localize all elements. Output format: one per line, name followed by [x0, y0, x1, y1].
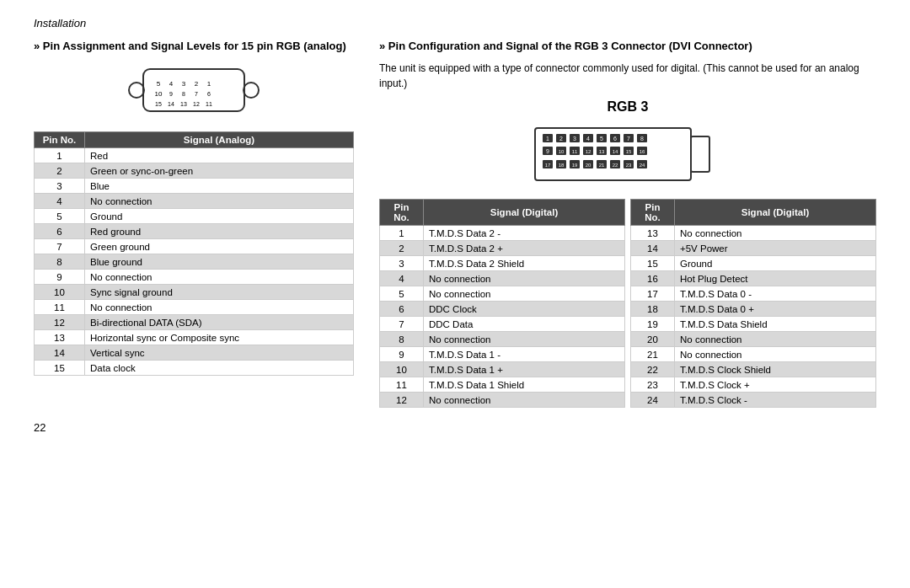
svg-text:19: 19 — [572, 163, 578, 168]
digital-left-signal: T.M.D.S Data 2 Shield — [424, 256, 625, 271]
analog-signal: Green or sync-on-green — [85, 163, 354, 179]
analog-table-row: 7Green ground — [35, 239, 354, 254]
page-title: Installation — [34, 17, 876, 29]
right-heading: Pin Configuration and Signal of the RGB … — [379, 40, 876, 52]
digital-left-table-row: 2T.M.D.S Data 2 + — [380, 241, 625, 256]
digital-right-signal: No connection — [675, 332, 876, 347]
analog-pin-num: 7 — [35, 239, 85, 254]
svg-rect-19 — [691, 136, 709, 172]
svg-point-1 — [129, 83, 144, 98]
vga-connector-diagram: 5 4 3 2 1 10 9 8 7 6 15 14 13 12 11 — [34, 61, 354, 120]
svg-text:20: 20 — [586, 163, 592, 168]
analog-table-row: 9No connection — [35, 270, 354, 285]
digital-right-pin-num: 13 — [631, 226, 675, 241]
analog-pin-num: 12 — [35, 315, 85, 330]
svg-text:13: 13 — [180, 101, 187, 107]
digital-right-pin-num: 17 — [631, 286, 675, 302]
svg-text:10: 10 — [559, 149, 565, 154]
vga-connector-svg: 5 4 3 2 1 10 9 8 7 6 15 14 13 12 11 — [118, 61, 270, 120]
svg-text:21: 21 — [599, 163, 605, 168]
analog-table-row: 15Data clock — [35, 361, 354, 376]
svg-text:5: 5 — [600, 136, 603, 142]
svg-text:3: 3 — [182, 80, 186, 88]
digital-right-signal: T.M.D.S Data 0 - — [675, 286, 876, 302]
digital-left-pin-num: 8 — [380, 332, 424, 347]
analog-table-row: 14Vertical sync — [35, 345, 354, 361]
digital-left-pin-num: 11 — [380, 377, 424, 393]
analog-table-row: 2Green or sync-on-green — [35, 163, 354, 179]
digital-left-signal: DDC Data — [424, 317, 625, 332]
analog-table-row: 5Ground — [35, 209, 354, 224]
digital-left-signal: DDC Clock — [424, 302, 625, 317]
analog-pin-num: 4 — [35, 194, 85, 209]
digital-right-table-row: 22T.M.D.S Clock Shield — [631, 362, 876, 377]
digital-left-signal: No connection — [424, 286, 625, 302]
digital-left-signal: No connection — [424, 332, 625, 347]
analog-pin-num: 11 — [35, 300, 85, 315]
analog-pin-num: 8 — [35, 254, 85, 270]
analog-signal: Blue — [85, 179, 354, 194]
digital-left-pin-num: 9 — [380, 347, 424, 362]
analog-table-row: 3Blue — [35, 179, 354, 194]
digital-table-right: Pin No. Signal (Digital) 13No connection… — [630, 199, 876, 408]
digital-right-table-row: 20No connection — [631, 332, 876, 347]
svg-text:1: 1 — [546, 136, 549, 142]
analog-pin-num: 5 — [35, 209, 85, 224]
analog-table-row: 13Horizontal sync or Composite sync — [35, 330, 354, 345]
analog-table-row: 11No connection — [35, 300, 354, 315]
svg-text:22: 22 — [613, 163, 618, 168]
analog-signal: No connection — [85, 270, 354, 285]
digital-right-signal: T.M.D.S Clock - — [675, 393, 876, 408]
svg-text:8: 8 — [640, 136, 644, 142]
svg-text:11: 11 — [572, 149, 578, 154]
digital-left-table-row: 12No connection — [380, 393, 625, 408]
analog-pin-num: 13 — [35, 330, 85, 345]
analog-table-row: 4No connection — [35, 194, 354, 209]
svg-text:15: 15 — [626, 149, 632, 154]
svg-text:14: 14 — [168, 101, 174, 107]
svg-text:10: 10 — [155, 90, 163, 98]
dvi-connector-diagram: 1 2 3 4 5 6 7 8 9 10 11 12 — [379, 121, 876, 189]
analog-table-row: 8Blue ground — [35, 254, 354, 270]
svg-text:17: 17 — [545, 163, 551, 168]
digital-left-pin-num: 5 — [380, 286, 424, 302]
analog-signal: Sync signal ground — [85, 285, 354, 300]
digital-tables-container: Pin No. Signal (Digital) 1T.M.D.S Data 2… — [379, 199, 876, 408]
page-number: 22 — [34, 421, 876, 434]
digital-left-signal: T.M.D.S Data 1 - — [424, 347, 625, 362]
digital-left-signal: T.M.D.S Data 1 Shield — [424, 377, 625, 393]
analog-signal: Bi-directional DATA (SDA) — [85, 315, 354, 330]
digital-left-table-row: 9T.M.D.S Data 1 - — [380, 347, 625, 362]
analog-signal: Blue ground — [85, 254, 354, 270]
digital-left-table-row: 5No connection — [380, 286, 625, 302]
digital-right-pin-num: 21 — [631, 347, 675, 362]
svg-text:15: 15 — [155, 101, 162, 107]
digital-right-signal: No connection — [675, 347, 876, 362]
svg-text:23: 23 — [626, 163, 632, 168]
digital-right-pin-num: 20 — [631, 332, 675, 347]
analog-signal: Green ground — [85, 239, 354, 254]
svg-point-2 — [244, 83, 259, 98]
analog-pin-num: 15 — [35, 361, 85, 376]
svg-text:7: 7 — [627, 136, 630, 142]
analog-signal: Data clock — [85, 361, 354, 376]
svg-text:24: 24 — [640, 163, 645, 168]
digital-right-table-row: 15Ground — [631, 256, 876, 271]
digital-right-pin-num: 22 — [631, 362, 675, 377]
svg-text:6: 6 — [613, 136, 617, 142]
digital-table-left: Pin No. Signal (Digital) 1T.M.D.S Data 2… — [379, 199, 625, 408]
analog-pin-num: 10 — [35, 285, 85, 300]
digital-right-pin-num: 19 — [631, 317, 675, 332]
analog-table: Pin No. Signal (Analog) 1Red2Green or sy… — [34, 131, 354, 376]
digital-right-signal: T.M.D.S Data Shield — [675, 317, 876, 332]
svg-text:2: 2 — [559, 136, 563, 142]
digital-left-pin-num: 4 — [380, 271, 424, 286]
svg-text:11: 11 — [206, 101, 212, 107]
svg-text:4: 4 — [169, 80, 174, 88]
analog-signal: Horizontal sync or Composite sync — [85, 330, 354, 345]
digital-left-pin-num: 10 — [380, 362, 424, 377]
svg-text:5: 5 — [157, 80, 161, 88]
digital-left-table-row: 7DDC Data — [380, 317, 625, 332]
analog-pin-num: 1 — [35, 148, 85, 163]
svg-text:16: 16 — [640, 149, 645, 154]
